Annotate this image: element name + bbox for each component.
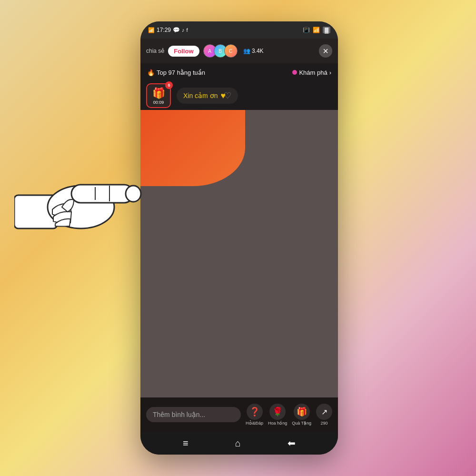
- trending-bar: 🔥 Top 97 hằng tuần Khám phá ›: [140, 63, 338, 81]
- status-left: 📶 17:29 💬 ♪ f: [148, 27, 188, 33]
- avatar-group: A B C: [203, 44, 238, 58]
- signal-icon: 📶: [148, 27, 155, 33]
- share-count: 290: [320, 421, 327, 426]
- svg-point-3: [126, 186, 141, 202]
- heart-icons: ♥ ♡: [220, 90, 231, 101]
- thankyou-text: Xin cảm ơn: [183, 92, 218, 99]
- chevron-right-icon: ›: [329, 69, 331, 76]
- phone-frame: 📶 17:29 💬 ♪ f 📳 📶 ▓ chia sẻ Follow A B C…: [140, 21, 338, 455]
- tiktok-icon: ♪: [182, 27, 185, 33]
- status-bar: 📶 17:29 💬 ♪ f 📳 📶 ▓: [140, 21, 338, 39]
- rose-button[interactable]: 🌹 Hoa hồng: [268, 404, 287, 426]
- fire-emoji: 🔥: [147, 69, 155, 76]
- heart-outline-icon: ♡: [224, 90, 231, 101]
- gift-sticker-highlighted[interactable]: 6 🎁 00:09: [146, 83, 171, 108]
- rose-label: Hoa hồng: [268, 421, 287, 426]
- rose-icon: 🌹: [269, 404, 286, 420]
- pink-dot: [292, 70, 297, 75]
- gift-timer: 00:09: [153, 100, 164, 105]
- viewer-count: 👥 3.4K: [243, 48, 264, 54]
- bottom-bar: Thêm bình luận... ❓ Hỏi&Đáp 🌹 Hoa hồng 🎁…: [140, 397, 338, 432]
- menu-nav-icon[interactable]: ≡: [183, 438, 188, 449]
- comment-input[interactable]: Thêm bình luận...: [146, 407, 241, 422]
- avatar-3: C: [224, 44, 238, 58]
- thankyou-sticker: Xin cảm ơn ♥ ♡: [177, 88, 238, 104]
- facebook-icon: f: [187, 27, 188, 33]
- nav-bar: ≡ ⌂ ⬅: [140, 432, 338, 455]
- trending-left: 🔥 Top 97 hằng tuần: [147, 69, 205, 76]
- message-icon: 💬: [173, 27, 180, 33]
- discover-label: Khám phá: [299, 69, 327, 76]
- main-content: chia sẻ Follow A B C 👥 3.4K × 🔥 Top 97 h…: [140, 39, 338, 455]
- gift-badge: 6: [165, 81, 173, 89]
- close-button[interactable]: ×: [319, 44, 332, 58]
- share-button[interactable]: ↗ 290: [316, 404, 332, 426]
- home-nav-icon[interactable]: ⌂: [235, 438, 241, 449]
- battery-icon: ▓: [323, 27, 330, 33]
- discover-link[interactable]: Khám phá ›: [292, 69, 331, 76]
- back-nav-icon[interactable]: ⬅: [288, 437, 296, 449]
- wifi-icon: 📶: [313, 27, 320, 33]
- gift-label: Quà Tặng: [292, 421, 311, 426]
- qa-icon: ❓: [247, 404, 263, 420]
- svg-rect-2: [71, 185, 133, 203]
- video-area: [140, 110, 338, 397]
- gift-button[interactable]: 🎁 Quà Tặng: [292, 404, 311, 426]
- live-topbar: chia sẻ Follow A B C 👥 3.4K ×: [140, 39, 338, 63]
- vibrate-icon: 📳: [303, 27, 310, 33]
- qa-label: Hỏi&Đáp: [246, 421, 263, 426]
- status-right: 📳 📶 ▓: [303, 27, 330, 33]
- qa-button[interactable]: ❓ Hỏi&Đáp: [246, 404, 263, 426]
- orange-decorative-shape: [140, 110, 245, 186]
- gift-action-icon: 🎁: [294, 404, 310, 420]
- trending-text: Top 97 hằng tuần: [157, 69, 205, 76]
- time-display: 17:29: [157, 27, 171, 33]
- hand-pointer: [14, 152, 148, 238]
- follow-button[interactable]: Follow: [168, 46, 199, 57]
- sticker-row: 6 🎁 00:09 Xin cảm ơn ♥ ♡: [140, 81, 338, 110]
- share-icon: ↗: [316, 404, 332, 420]
- share-text: chia sẻ: [146, 48, 164, 54]
- gift-icon: 🎁: [152, 87, 165, 99]
